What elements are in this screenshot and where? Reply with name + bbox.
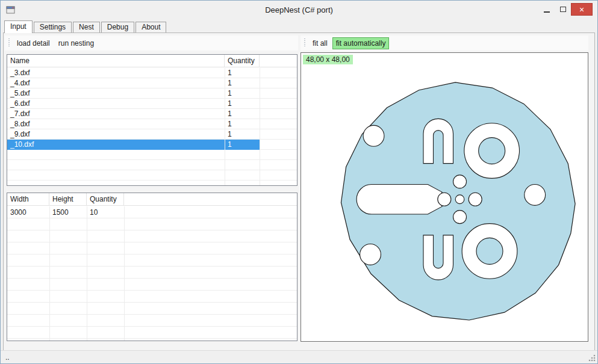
clover-hole-right xyxy=(469,193,482,206)
table-row[interactable]: _10.dxf1 xyxy=(7,140,260,150)
clover-hole-left xyxy=(438,193,451,206)
table-cell: 1 xyxy=(225,78,260,88)
minimize-icon xyxy=(544,11,550,13)
table-cell: _8.dxf xyxy=(7,119,225,129)
maximize-icon xyxy=(560,7,566,12)
load-detail-button[interactable]: load detail xyxy=(13,37,54,49)
toolbar-grip-icon[interactable] xyxy=(304,39,305,48)
part-preview xyxy=(324,69,589,333)
column-header[interactable]: Height xyxy=(49,193,87,205)
clover-hole-center xyxy=(455,195,464,204)
table-cell: _7.dxf xyxy=(7,109,225,119)
part-size-label: 48,00 x 48,00 xyxy=(303,55,353,64)
tab-input[interactable]: Input xyxy=(4,20,33,33)
table-row[interactable]: _8.dxf1 xyxy=(7,119,260,129)
table-cell: 1 xyxy=(225,119,260,129)
preview-canvas[interactable]: 48,00 x 48,00 xyxy=(301,52,588,342)
deepnest-window: { "window": { "title": "DeepNest (C# por… xyxy=(0,0,598,364)
ornament-upper-island xyxy=(479,138,505,164)
tab-nest[interactable]: Nest xyxy=(73,22,100,32)
right-toolbar: fit all fit automatically xyxy=(301,35,588,51)
column-divider xyxy=(225,68,225,185)
maximize-button[interactable] xyxy=(555,3,571,15)
table-cell: 1 xyxy=(225,68,260,78)
table-row[interactable]: _9.dxf1 xyxy=(7,129,260,140)
close-icon: × xyxy=(579,5,584,14)
table-row[interactable]: _5.dxf1 xyxy=(7,88,260,99)
hole-bottom-left xyxy=(360,244,381,265)
parts-list[interactable]: NameQuantity _3.dxf1_4.dxf1_5.dxf1_6.dxf… xyxy=(7,54,297,186)
tab-strip: Input Settings Nest Debug About xyxy=(4,20,167,33)
parts-list-body: _3.dxf1_4.dxf1_5.dxf1_6.dxf1_7.dxf1_8.dx… xyxy=(7,68,297,185)
status-text: .. xyxy=(5,353,10,362)
resize-grip-icon[interactable] xyxy=(588,354,596,362)
clover-hole-bottom xyxy=(453,211,467,224)
ornament-lower-island xyxy=(476,238,503,264)
table-cell: _5.dxf xyxy=(7,88,225,99)
hole-right xyxy=(525,185,546,206)
sheets-list-body: 3000150010 xyxy=(7,206,297,341)
clover-hole-top xyxy=(453,175,467,188)
title-bar[interactable]: DeepNest (C# port) × xyxy=(1,1,597,20)
table-row[interactable]: _6.dxf1 xyxy=(7,99,260,109)
fit-automatically-toggle[interactable]: fit automatically xyxy=(332,37,390,49)
run-nesting-button[interactable]: run nesting xyxy=(55,37,98,49)
column-divider xyxy=(124,206,125,341)
table-cell: 1 xyxy=(225,129,260,140)
column-divider xyxy=(87,206,87,341)
tab-about[interactable]: About xyxy=(135,22,166,32)
column-header[interactable]: Width xyxy=(7,193,49,205)
table-row[interactable]: _3.dxf1 xyxy=(7,68,260,78)
table-row[interactable]: _4.dxf1 xyxy=(7,78,260,88)
parts-list-header: NameQuantity xyxy=(7,55,297,67)
column-divider xyxy=(260,68,260,185)
toolbar-grip-icon[interactable] xyxy=(8,39,10,48)
left-toolbar: load detail run nesting xyxy=(5,35,298,51)
status-bar: .. xyxy=(1,350,597,363)
table-cell: 1 xyxy=(225,88,260,99)
column-header[interactable]: Name xyxy=(7,55,225,67)
table-cell: 1500 xyxy=(49,206,87,218)
tab-debug[interactable]: Debug xyxy=(101,22,134,32)
fit-all-button[interactable]: fit all xyxy=(309,37,331,49)
table-cell: 10 xyxy=(87,206,124,218)
minimize-button[interactable] xyxy=(538,3,555,15)
table-cell: 1 xyxy=(225,109,260,119)
sheets-list[interactable]: WidthHeightQuantity 3000150010 xyxy=(7,193,297,341)
table-cell: 1 xyxy=(225,140,260,150)
table-cell: _10.dxf xyxy=(7,140,225,150)
close-button[interactable]: × xyxy=(571,3,593,16)
table-cell: _3.dxf xyxy=(7,68,225,78)
table-row[interactable]: _7.dxf1 xyxy=(7,109,260,119)
table-cell: _4.dxf xyxy=(7,78,225,88)
hole-top-left xyxy=(363,125,384,146)
keyhole-slot xyxy=(357,185,442,215)
window-title: DeepNest (C# port) xyxy=(1,5,597,14)
column-divider xyxy=(49,206,50,341)
table-row[interactable]: 3000150010 xyxy=(7,206,124,218)
column-header[interactable]: Quantity xyxy=(225,55,260,67)
tab-settings[interactable]: Settings xyxy=(34,22,72,32)
table-cell: 3000 xyxy=(7,206,49,218)
column-header[interactable]: Quantity xyxy=(87,193,124,205)
input-tab-page: load detail run nesting NameQuantity _3.… xyxy=(3,32,595,351)
table-cell: _6.dxf xyxy=(7,99,225,109)
table-cell: _9.dxf xyxy=(7,129,225,140)
table-cell: 1 xyxy=(225,99,260,109)
sheets-list-header: WidthHeightQuantity xyxy=(7,193,297,206)
